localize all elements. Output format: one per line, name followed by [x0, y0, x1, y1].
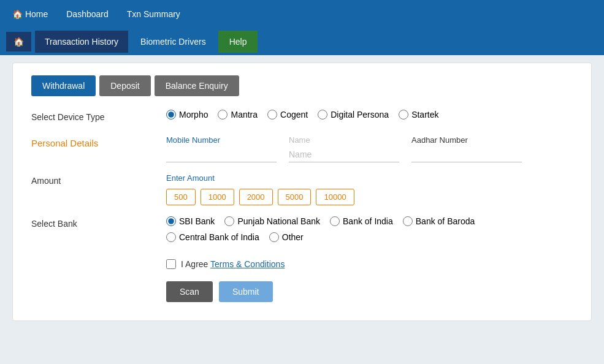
- terms-checkbox[interactable]: [166, 259, 176, 269]
- bank-label: Select Bank: [31, 216, 166, 229]
- bank-content: SBI Bank Punjab National Bank Bank of In…: [166, 216, 573, 248]
- device-startek-radio[interactable]: [399, 110, 408, 119]
- enter-amount-label: Enter Amount: [166, 173, 573, 183]
- nav-txn-summary[interactable]: Txn Summary: [127, 9, 180, 19]
- terms-row: I Agree Terms & Conditions: [166, 259, 573, 269]
- device-cogent-radio[interactable]: [267, 110, 277, 119]
- amount-1000[interactable]: 1000: [201, 189, 234, 205]
- device-mantra-radio[interactable]: [218, 110, 227, 119]
- sub-nav-transaction-history[interactable]: Transaction History: [35, 31, 128, 53]
- home-small-icon: 🏠: [13, 37, 24, 47]
- amount-label: Amount: [31, 173, 166, 186]
- bank-row-1: SBI Bank Punjab National Bank Bank of In…: [166, 216, 573, 226]
- bank-bob-radio[interactable]: [403, 216, 413, 226]
- personal-details-inputs: Mobile Number Name Aadhar Number: [166, 135, 573, 162]
- amount-presets: 500 1000 2000 5000 10000: [166, 189, 573, 205]
- amount-500[interactable]: 500: [166, 189, 196, 205]
- terms-link[interactable]: Terms & Conditions: [210, 259, 285, 269]
- withdrawal-button[interactable]: Withdrawal: [31, 75, 96, 96]
- device-startek[interactable]: Startek: [399, 110, 438, 119]
- top-nav: 🏠 Home Dashboard Txn Summary: [0, 0, 604, 28]
- sub-nav-help[interactable]: Help: [218, 31, 258, 53]
- personal-details-label: Personal Details: [31, 135, 166, 148]
- bank-boi-radio[interactable]: [330, 216, 340, 226]
- bottom-action-row: Scan Submit: [166, 281, 573, 302]
- sub-nav: 🏠 Transaction History Biometric Drivers …: [0, 28, 604, 55]
- terms-text: I Agree Terms & Conditions: [181, 259, 285, 269]
- main-card: Withdrawal Deposit Balance Enquiry Selec…: [12, 63, 592, 321]
- sub-nav-home-button[interactable]: 🏠: [6, 32, 31, 51]
- aadhaar-input[interactable]: [411, 147, 522, 162]
- mobile-number-label: Mobile Number: [166, 135, 277, 145]
- bank-pnb[interactable]: Punjab National Bank: [224, 216, 320, 226]
- home-icon: 🏠: [12, 9, 23, 19]
- device-type-row: Select Device Type Morpho Mantra Cogent …: [31, 110, 573, 124]
- device-cogent[interactable]: Cogent: [267, 110, 308, 119]
- nav-home[interactable]: 🏠 Home: [12, 9, 48, 19]
- bank-pnb-radio[interactable]: [224, 216, 234, 226]
- bank-row: Select Bank SBI Bank Punjab National Ban…: [31, 216, 573, 248]
- device-morpho-radio[interactable]: [166, 110, 176, 119]
- bank-sbi[interactable]: SBI Bank: [166, 216, 215, 226]
- mobile-number-input[interactable]: [166, 147, 277, 162]
- bank-other-radio[interactable]: [269, 232, 279, 242]
- device-mantra[interactable]: Mantra: [218, 110, 258, 119]
- bank-bob[interactable]: Bank of Baroda: [403, 216, 475, 226]
- nav-dashboard[interactable]: Dashboard: [66, 9, 109, 19]
- bank-other[interactable]: Other: [269, 232, 304, 242]
- name-group: Name: [289, 135, 399, 162]
- device-digital-persona[interactable]: Digital Persona: [318, 110, 389, 119]
- amount-row: Amount Enter Amount 500 1000 2000 5000 1…: [31, 173, 573, 205]
- amount-10000[interactable]: 10000: [316, 189, 354, 205]
- deposit-button[interactable]: Deposit: [99, 75, 150, 96]
- name-input[interactable]: [289, 147, 399, 162]
- amount-content: Enter Amount 500 1000 2000 5000 10000: [166, 173, 573, 205]
- name-label: Name: [289, 135, 399, 145]
- personal-details-row: Personal Details Mobile Number Name Aadh…: [31, 135, 573, 162]
- bank-row-2: Central Bank of India Other: [166, 232, 573, 242]
- amount-5000[interactable]: 5000: [278, 189, 312, 205]
- bank-boi[interactable]: Bank of India: [330, 216, 393, 226]
- amount-2000[interactable]: 2000: [239, 189, 273, 205]
- device-morpho[interactable]: Morpho: [166, 110, 208, 119]
- device-type-label: Select Device Type: [31, 110, 166, 122]
- sub-nav-biometric-drivers[interactable]: Biometric Drivers: [131, 31, 216, 53]
- aadhaar-group: Aadhar Number: [411, 135, 522, 162]
- bank-sbi-radio[interactable]: [166, 216, 176, 226]
- submit-button[interactable]: Submit: [219, 281, 273, 302]
- aadhaar-label: Aadhar Number: [411, 135, 522, 145]
- device-type-options: Morpho Mantra Cogent Digital Persona Sta…: [166, 110, 573, 119]
- balance-enquiry-button[interactable]: Balance Enquiry: [155, 75, 239, 96]
- bank-cboi[interactable]: Central Bank of India: [166, 232, 259, 242]
- scan-button[interactable]: Scan: [166, 281, 213, 302]
- device-digital-persona-radio[interactable]: [318, 110, 327, 119]
- mobile-number-group: Mobile Number: [166, 135, 277, 162]
- action-buttons: Withdrawal Deposit Balance Enquiry: [31, 75, 573, 96]
- bank-cboi-radio[interactable]: [166, 232, 176, 242]
